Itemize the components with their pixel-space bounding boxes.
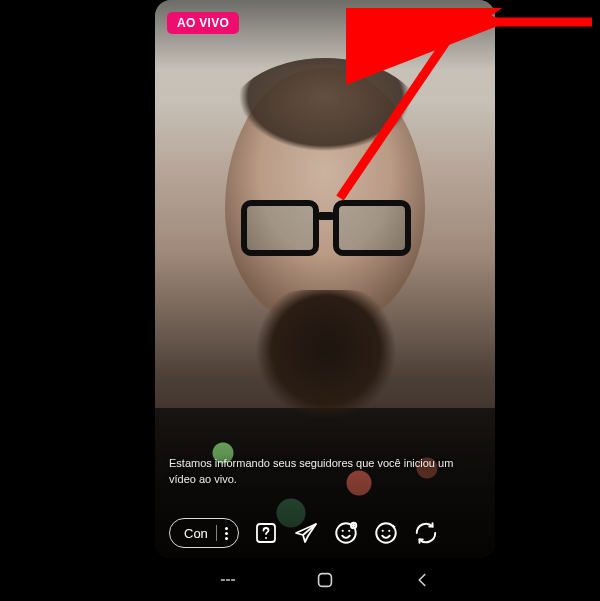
svg-point-1 bbox=[265, 537, 267, 539]
android-navigation-bar bbox=[155, 559, 495, 601]
svg-point-4 bbox=[348, 530, 350, 532]
effects-icon[interactable] bbox=[373, 520, 399, 546]
notifying-followers-message: Estamos informando seus seguidores que v… bbox=[169, 456, 481, 488]
camera-preview-beard bbox=[251, 290, 401, 440]
more-options-icon[interactable] bbox=[225, 527, 228, 540]
comment-field[interactable]: Con bbox=[169, 518, 239, 548]
svg-point-3 bbox=[342, 530, 344, 532]
end-live-button[interactable]: Encerrar bbox=[409, 12, 483, 37]
camera-preview-hair bbox=[225, 58, 425, 168]
face-filter-icon[interactable] bbox=[333, 520, 359, 546]
live-badge: AO VIVO bbox=[167, 12, 239, 34]
live-bottom-bar: Con bbox=[155, 518, 495, 548]
switch-camera-icon[interactable] bbox=[413, 520, 439, 546]
svg-rect-9 bbox=[319, 574, 332, 587]
phone-frame: AO VIVO Encerrar Estamos informando seus… bbox=[155, 0, 495, 601]
comment-divider bbox=[216, 525, 217, 541]
live-video-area: AO VIVO Encerrar Estamos informando seus… bbox=[155, 0, 495, 558]
share-icon[interactable] bbox=[293, 520, 319, 546]
comment-placeholder: Con bbox=[184, 526, 208, 541]
svg-point-7 bbox=[382, 530, 384, 532]
camera-preview-glasses bbox=[241, 200, 411, 258]
svg-point-8 bbox=[388, 530, 390, 532]
nav-home-button[interactable] bbox=[301, 564, 349, 596]
nav-back-button[interactable] bbox=[398, 564, 446, 596]
question-icon[interactable] bbox=[253, 520, 279, 546]
nav-recents-button[interactable] bbox=[204, 564, 252, 596]
